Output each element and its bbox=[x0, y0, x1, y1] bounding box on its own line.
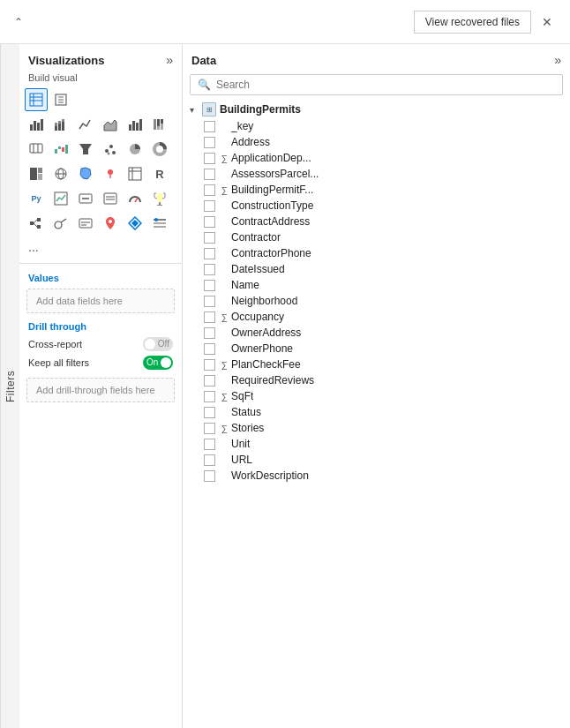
cross-report-toggle-track[interactable]: Off bbox=[143, 337, 173, 351]
search-input[interactable] bbox=[216, 79, 555, 91]
viz-icon-bar-stacked[interactable] bbox=[49, 113, 72, 136]
viz-icon-pie[interactable] bbox=[124, 138, 146, 161]
field-checkbox[interactable] bbox=[204, 184, 215, 196]
tree-toggle-icon[interactable]: ▾ bbox=[190, 105, 202, 115]
viz-icon-trophy[interactable] bbox=[148, 187, 171, 210]
svg-rect-66 bbox=[79, 219, 92, 228]
field-checkbox[interactable] bbox=[204, 343, 215, 355]
viz-icon-column[interactable] bbox=[124, 113, 146, 136]
field-checkbox[interactable] bbox=[204, 391, 215, 402]
data-expand-icon[interactable]: » bbox=[554, 53, 561, 67]
field-checkbox[interactable] bbox=[204, 264, 215, 275]
field-checkbox[interactable] bbox=[204, 216, 215, 228]
field-checkbox[interactable] bbox=[204, 296, 215, 307]
field-checkbox[interactable] bbox=[204, 121, 215, 132]
field-checkbox[interactable] bbox=[204, 454, 215, 466]
viz-icon-card[interactable] bbox=[74, 187, 97, 210]
field-checkbox[interactable] bbox=[204, 423, 215, 434]
keep-all-filters-toggle[interactable]: On bbox=[143, 356, 173, 370]
viz-expand-icon[interactable]: » bbox=[166, 53, 173, 67]
viz-icon-waterfall[interactable] bbox=[49, 138, 72, 161]
viz-icon-scatter[interactable] bbox=[99, 138, 122, 161]
viz-icon-pin-map[interactable] bbox=[99, 212, 122, 235]
list-item[interactable]: Neighborhood bbox=[186, 293, 566, 309]
viz-icon-map[interactable] bbox=[49, 162, 72, 185]
values-drop-zone[interactable]: Add data fields here bbox=[26, 289, 175, 313]
field-name: DateIssued bbox=[231, 263, 285, 275]
list-item[interactable]: Contractor bbox=[186, 229, 566, 245]
viz-icon-treemap[interactable] bbox=[25, 162, 48, 185]
viz-icon-r[interactable]: R bbox=[148, 162, 171, 185]
field-checkbox[interactable] bbox=[204, 232, 215, 244]
viz-icon-azure-map[interactable] bbox=[124, 212, 146, 235]
field-checkbox[interactable] bbox=[204, 470, 215, 482]
field-checkbox[interactable] bbox=[204, 153, 215, 164]
list-item[interactable]: ∑PlanCheckFee bbox=[186, 356, 566, 372]
field-checkbox[interactable] bbox=[204, 359, 215, 371]
viz-icon-bar[interactable] bbox=[25, 113, 48, 136]
viz-icon-area[interactable] bbox=[99, 113, 122, 136]
list-item[interactable]: AssessorsParcel... bbox=[186, 166, 566, 182]
list-item[interactable]: Name bbox=[186, 277, 566, 293]
list-item[interactable]: ∑Stories bbox=[186, 420, 566, 436]
table-icon: ⊞ bbox=[202, 102, 216, 116]
field-checkbox[interactable] bbox=[204, 169, 215, 180]
list-item[interactable]: ∑BuildingPermitF... bbox=[186, 182, 566, 198]
viz-icon-gauge[interactable] bbox=[124, 187, 146, 210]
list-item[interactable]: OwnerAddress bbox=[186, 325, 566, 341]
viz-icon-ribbon[interactable] bbox=[25, 138, 48, 161]
list-item[interactable]: ∑SqFt bbox=[186, 388, 566, 404]
list-item[interactable]: Unit bbox=[186, 436, 566, 452]
list-item[interactable]: Address bbox=[186, 134, 566, 150]
viz-icon-slicer[interactable] bbox=[148, 212, 171, 235]
field-name: AssessorsParcel... bbox=[231, 168, 319, 180]
viz-icon-outline[interactable] bbox=[49, 88, 72, 111]
table-row-building-permits[interactable]: ▾ ⊞ BuildingPermits bbox=[186, 101, 566, 118]
field-checkbox[interactable] bbox=[204, 375, 215, 387]
svg-line-62 bbox=[34, 220, 37, 223]
viz-icon-smart-narrative[interactable] bbox=[74, 212, 97, 235]
field-checkbox[interactable] bbox=[204, 327, 215, 339]
field-checkbox[interactable] bbox=[204, 439, 215, 450]
viz-icon-100percent[interactable] bbox=[148, 113, 171, 136]
viz-icon-funnel[interactable] bbox=[74, 138, 97, 161]
field-checkbox[interactable] bbox=[204, 137, 215, 148]
list-item[interactable]: ∑ApplicationDep... bbox=[186, 150, 566, 166]
field-checkbox[interactable] bbox=[204, 248, 215, 259]
keep-all-filters-toggle-track[interactable]: On bbox=[143, 356, 173, 370]
field-checkbox[interactable] bbox=[204, 280, 215, 291]
viz-icon-python[interactable]: Py bbox=[25, 187, 48, 210]
field-checkbox[interactable] bbox=[204, 311, 215, 323]
viz-icon-multi-row-card[interactable] bbox=[99, 187, 122, 210]
viz-icon-filled-map[interactable] bbox=[99, 162, 122, 185]
viz-icon-donut[interactable] bbox=[148, 138, 171, 161]
viz-icon-table[interactable] bbox=[25, 88, 48, 111]
list-item[interactable]: ContractorPhone bbox=[186, 245, 566, 261]
list-item[interactable]: ConstructionType bbox=[186, 198, 566, 214]
list-item[interactable]: DateIssued bbox=[186, 261, 566, 277]
view-recovered-files-button[interactable]: View recovered files bbox=[414, 11, 531, 34]
list-item[interactable]: URL bbox=[186, 452, 566, 468]
viz-icon-key-influencers[interactable] bbox=[49, 212, 72, 235]
field-checkbox[interactable] bbox=[204, 200, 215, 212]
close-icon[interactable]: ✕ bbox=[538, 11, 556, 33]
viz-icon-matrix[interactable] bbox=[124, 162, 146, 185]
viz-icon-kpi[interactable] bbox=[49, 187, 72, 210]
list-item[interactable]: Status bbox=[186, 404, 566, 420]
sigma-icon: ∑ bbox=[219, 360, 229, 370]
viz-icon-decomp-tree[interactable] bbox=[25, 212, 48, 235]
viz-icon-shape-map[interactable] bbox=[74, 162, 97, 185]
list-item[interactable]: WorkDescription bbox=[186, 468, 566, 484]
filters-panel[interactable]: Filters bbox=[0, 44, 19, 728]
viz-more[interactable]: ... bbox=[19, 238, 182, 259]
field-checkbox[interactable] bbox=[204, 407, 215, 418]
drill-through-drop-zone[interactable]: Add drill-through fields here bbox=[26, 378, 175, 402]
list-item[interactable]: OwnerPhone bbox=[186, 341, 566, 356]
list-item[interactable]: RequiredReviews bbox=[186, 372, 566, 388]
cross-report-toggle[interactable]: Off bbox=[143, 337, 173, 351]
sigma-icon: ∑ bbox=[219, 185, 229, 195]
list-item[interactable]: _key bbox=[186, 118, 566, 134]
viz-icon-line[interactable] bbox=[74, 113, 97, 136]
list-item[interactable]: ContractAddress bbox=[186, 214, 566, 229]
list-item[interactable]: ∑Occupancy bbox=[186, 309, 566, 325]
